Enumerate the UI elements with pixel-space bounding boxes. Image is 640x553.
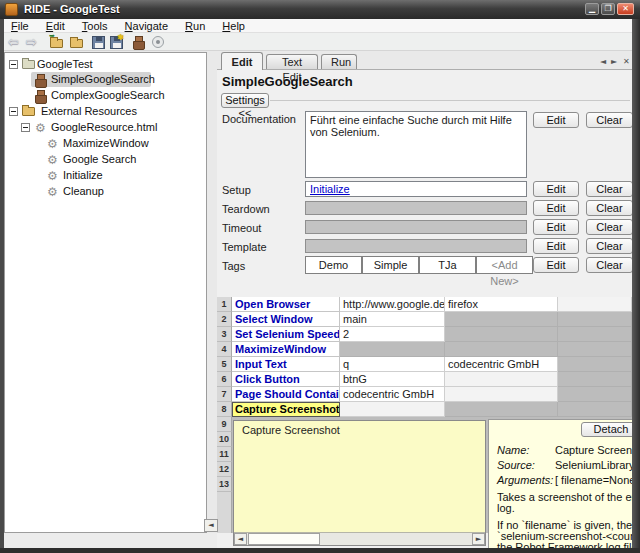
- grid-cell-arg[interactable]: [340, 402, 445, 417]
- grid-cell-keyword[interactable]: Input Text: [232, 357, 340, 372]
- grid-cell-arg[interactable]: [340, 342, 445, 357]
- grid-cell-arg[interactable]: firefox: [445, 297, 558, 312]
- row-header[interactable]: 7: [217, 387, 232, 402]
- row-header[interactable]: 11: [217, 447, 232, 462]
- tree-item-external-resources[interactable]: External Resources: [41, 104, 137, 119]
- popup-hscrollbar[interactable]: ◄ ►: [234, 532, 485, 545]
- menu-help[interactable]: Help: [215, 19, 252, 33]
- scroll-thumb[interactable]: [248, 533, 320, 545]
- tree-item-cleanup[interactable]: Cleanup: [63, 184, 104, 199]
- row-header[interactable]: 12: [217, 462, 232, 477]
- grid-cell-arg[interactable]: [558, 387, 632, 402]
- teardown-edit-button[interactable]: Edit: [533, 200, 579, 216]
- setup-keyword-link[interactable]: Initialize: [310, 183, 350, 195]
- setup-field[interactable]: Initialize: [305, 181, 527, 197]
- menu-file[interactable]: File: [4, 19, 36, 33]
- forward-icon[interactable]: ⇨: [26, 34, 43, 50]
- grid-cell-arg[interactable]: [445, 402, 558, 417]
- template-edit-button[interactable]: Edit: [533, 238, 579, 254]
- grid-cell-keyword[interactable]: MaximizeWindow: [232, 342, 340, 357]
- grid-cell-keyword[interactable]: Set Selenium Speed: [232, 327, 340, 342]
- grid-cell-arg[interactable]: [558, 312, 632, 327]
- menu-edit[interactable]: Edit: [39, 19, 72, 33]
- row-header[interactable]: 13: [217, 477, 232, 492]
- documentation-field[interactable]: Führt eine einfache Suche durch mit Hilf…: [305, 111, 527, 178]
- tag-demo[interactable]: Demo: [305, 256, 362, 274]
- grid-cell-arg[interactable]: q: [340, 357, 445, 372]
- tags-edit-button[interactable]: Edit: [533, 257, 579, 273]
- setup-clear-button[interactable]: Clear: [586, 181, 633, 197]
- grid-cell-keyword[interactable]: Select Window: [232, 312, 340, 327]
- menu-tools[interactable]: Tools: [75, 19, 115, 33]
- robot-report-icon[interactable]: [130, 34, 147, 50]
- grid-cell-arg[interactable]: 2: [340, 327, 445, 342]
- tree-scrollbar-left-button[interactable]: ◄: [204, 519, 218, 532]
- grid-cell-arg[interactable]: [558, 357, 632, 372]
- template-clear-button[interactable]: Clear: [586, 238, 633, 254]
- tab-scroll-left-icon[interactable]: ◄: [600, 57, 606, 66]
- documentation-edit-button[interactable]: Edit: [533, 112, 579, 128]
- grid-cell-keyword-selected[interactable]: Capture Screenshot: [232, 402, 340, 417]
- save-all-icon[interactable]: ✱: [108, 34, 125, 50]
- maximize-button[interactable]: ❐: [601, 3, 615, 15]
- expander-icon[interactable]: [21, 123, 30, 132]
- row-header[interactable]: 9: [217, 417, 232, 432]
- row-header[interactable]: 10: [217, 432, 232, 447]
- teardown-clear-button[interactable]: Clear: [586, 200, 633, 216]
- grid-cell-arg[interactable]: [558, 372, 632, 387]
- grid-cell-keyword[interactable]: Click Button: [232, 372, 340, 387]
- save-icon[interactable]: [90, 34, 107, 50]
- close-button[interactable]: ✕: [617, 3, 634, 15]
- tab-edit[interactable]: Edit: [221, 52, 263, 70]
- grid-cell-arg[interactable]: [445, 387, 558, 402]
- expander-icon[interactable]: [9, 60, 18, 69]
- scroll-left-button[interactable]: ◄: [234, 533, 247, 545]
- row-header[interactable]: 6: [217, 372, 232, 387]
- setup-edit-button[interactable]: Edit: [533, 181, 579, 197]
- tree-item-googletest[interactable]: GoogleTest: [37, 57, 93, 72]
- grid-cell-arg[interactable]: codecentric GmbH: [340, 387, 445, 402]
- tag-tja[interactable]: TJa: [419, 256, 476, 274]
- settings-toggle-button[interactable]: Settings <<: [221, 93, 269, 108]
- grid-cell-keyword[interactable]: Open Browser: [232, 297, 340, 312]
- suite-tree[interactable]: GoogleTest SimpleGoogleSearch ComplexGoo…: [4, 52, 207, 533]
- tag-add-new[interactable]: <Add New>: [476, 256, 533, 274]
- grid-cell-arg[interactable]: [558, 297, 632, 312]
- row-header[interactable]: 2: [217, 312, 232, 327]
- row-header[interactable]: 1: [217, 297, 232, 312]
- tag-simple[interactable]: Simple: [362, 256, 419, 274]
- record-icon[interactable]: [150, 34, 167, 50]
- tab-run[interactable]: Run: [321, 54, 357, 69]
- grid-cell-arg[interactable]: [558, 402, 632, 417]
- tree-item-simplegooglesearch[interactable]: SimpleGoogleSearch: [51, 72, 155, 87]
- grid-cell-arg[interactable]: [445, 342, 558, 357]
- tags-clear-button[interactable]: Clear: [586, 257, 633, 273]
- tree-item-initialize[interactable]: Initialize: [63, 168, 103, 183]
- tree-item-google-search[interactable]: Google Search: [63, 152, 136, 167]
- tree-item-googleresource[interactable]: GoogleResource.html: [51, 120, 157, 135]
- scroll-right-button[interactable]: ►: [472, 533, 485, 545]
- back-icon[interactable]: ⇦: [8, 34, 25, 50]
- documentation-clear-button[interactable]: Clear: [586, 112, 633, 128]
- tab-close-icon[interactable]: ✕: [623, 57, 630, 66]
- row-header[interactable]: 3: [217, 327, 232, 342]
- tree-item-maximizewindow[interactable]: MaximizeWindow: [63, 136, 149, 151]
- timeout-edit-button[interactable]: Edit: [533, 219, 579, 235]
- grid-cell-arg[interactable]: [558, 327, 632, 342]
- grid-cell-keyword[interactable]: Page Should Contain: [232, 387, 340, 402]
- tab-scroll-right-icon[interactable]: ►: [611, 57, 617, 66]
- grid-cell-arg[interactable]: btnG: [340, 372, 445, 387]
- grid-cell-arg[interactable]: http://www.google.de: [340, 297, 445, 312]
- row-header[interactable]: 4: [217, 342, 232, 357]
- menu-run[interactable]: Run: [178, 19, 212, 33]
- grid-cell-arg[interactable]: [558, 342, 632, 357]
- grid-cell-arg[interactable]: [445, 312, 558, 327]
- grid-cell-arg[interactable]: [445, 327, 558, 342]
- tab-text-edit[interactable]: Text Edit: [266, 54, 318, 69]
- detach-button[interactable]: Detach: [581, 422, 632, 437]
- open-suite-icon[interactable]: [48, 34, 65, 50]
- row-header[interactable]: 8: [217, 402, 232, 417]
- minimize-button[interactable]: ▁: [585, 3, 599, 15]
- timeout-clear-button[interactable]: Clear: [586, 219, 633, 235]
- grid-cell-arg[interactable]: [445, 372, 558, 387]
